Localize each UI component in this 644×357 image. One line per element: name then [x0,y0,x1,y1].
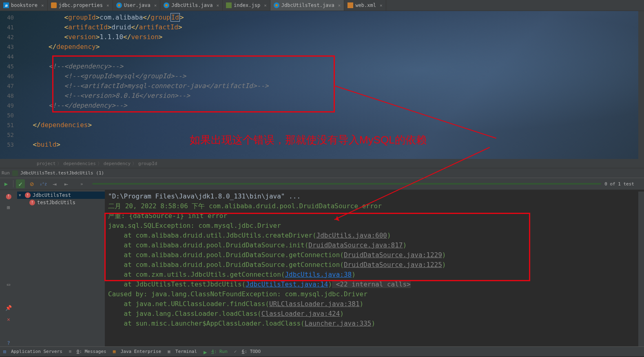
test-tree[interactable]: ▼ ! JdbcUtilsTest ! testJbdcUtils [17,190,105,346]
close-icon[interactable]: × [41,3,44,8]
java-icon [116,2,122,8]
stack-link[interactable]: ClassLoader.java:424 [261,310,340,317]
close-icon[interactable]: × [264,3,267,8]
xml-icon [347,2,353,8]
breadcrumb-item[interactable]: groupId [138,161,157,166]
tree-label: JdbcUtilsTest [33,192,71,198]
tab-bookstore[interactable]: m bookstore × [0,0,48,11]
stack-link[interactable]: DruidDataSource.java:1229 [344,251,442,259]
close-icon[interactable]: × [380,3,383,8]
settings-icon[interactable]: ▭ [5,280,12,288]
properties-icon [51,2,57,8]
editor-tabs: m bookstore × jdbc.properties × User.jav… [0,0,644,11]
stack-link[interactable]: JdbcUtilsTest.java:14 [246,280,328,288]
chevron-down-icon[interactable]: ▼ [19,193,23,197]
layout-icon[interactable]: ⊞ [5,204,12,211]
breadcrumb-item[interactable]: dependencies [63,161,95,166]
breadcrumb: project〉 dependencies〉 dependency〉 group… [0,159,644,168]
bb-messages[interactable]: ≡ 0: Messages [69,349,106,355]
stack-link[interactable]: Launcher.java:335 [305,320,372,327]
play-icon: ▶ [204,349,209,355]
bb-app-servers[interactable]: ▥ Application Servers [3,349,62,355]
tab-label: web.xml [355,2,376,8]
stack-link[interactable]: DruidDataSource.java:1225 [344,261,442,269]
pin-tab-icon[interactable]: 📌 [5,304,12,311]
collapse-button[interactable]: ⇤ [62,179,71,188]
close-icon[interactable]: × [338,3,341,8]
tab-jdbcutilstest-java[interactable]: JdbcUtilsTest.java × [270,0,345,11]
test-count: 0 of 1 test [604,181,642,187]
console-output[interactable]: "D:\Program Files\Java\jdk1.8.0_131\bin\… [105,190,644,346]
toggle-ignore-button[interactable]: ⊘ [27,179,36,188]
line-gutter: 404142 434445 464748 495051 5253 [0,11,17,159]
console-scrollbar[interactable] [638,192,644,346]
tab-user-java[interactable]: User.java × [113,0,161,11]
close-icon[interactable]: × [154,3,157,8]
breadcrumb-item[interactable]: project [37,161,55,166]
bb-terminal[interactable]: ▣ Terminal [168,349,197,355]
run-panel-header: Run JdbcUtilsTest.testJbdcUtils (1) [0,168,644,178]
tab-label: User.java [124,2,150,8]
rerun-button[interactable]: ▶ [2,179,11,188]
pin-icon[interactable] [5,215,12,223]
stop-icon[interactable]: ⬤! [5,192,12,200]
java-icon [274,2,279,8]
expand-button[interactable]: ⇥ [50,179,59,188]
java-icon [164,2,169,8]
maven-icon: m [3,2,9,8]
toggle-pass-button[interactable]: ✓ [16,179,25,188]
run-panel-body: ⬤! ⊞ ▭ 📌 ✕ ? ▼ ! JdbcUtilsTest ! testJbd… [0,190,644,346]
jsp-icon [226,2,232,8]
fail-icon: ! [29,200,35,205]
tree-child[interactable]: ! testJbdcUtils [17,199,105,206]
tab-label: JdbcUtils.java [171,2,212,8]
bottom-toolbar: ▥ Application Servers ≡ 0: Messages ▦ Ja… [0,346,644,356]
bb-todo[interactable]: ✓ 6: TODO [234,349,261,355]
fail-icon: ! [25,192,31,198]
stack-link[interactable]: URLClassLoader.java:381 [269,300,360,308]
tab-index-jsp[interactable]: index.jsp × [223,0,270,11]
tree-root[interactable]: ▼ ! JdbcUtilsTest [17,192,105,199]
code-content[interactable]: <groupId>com.alibaba</groupId> <artifact… [17,11,644,159]
run-left-toolbar: ⬤! ⊞ ▭ 📌 ✕ ? [0,190,17,346]
tab-label: jdbc.properties [59,2,103,8]
tab-label: bookstore [11,2,38,8]
tab-jdbcutils-java[interactable]: JdbcUtils.java × [160,0,223,11]
stack-link[interactable]: JdbcUtils.java:38 [285,271,352,278]
server-icon: ▥ [3,349,9,355]
stack-link[interactable]: DruidDataSource.java:817 [308,241,403,249]
run-toolbar: ▶ ✓ ⊘ ↓ᴬz ⇥ ⇤ » 0 of 1 test [0,178,644,190]
test-progress-bar [92,183,602,185]
code-editor[interactable]: 404142 434445 464748 495051 5253 <groupI… [0,11,644,159]
tab-label: index.jsp [234,2,260,8]
tab-web-xml[interactable]: web.xml × [344,0,386,11]
close-icon[interactable]: × [216,3,219,8]
close-panel-icon[interactable]: ✕ [5,315,12,323]
sort-button[interactable]: ↓ᴬz [39,179,48,188]
run-label: Run [2,170,10,176]
run-config-icon [12,170,18,176]
bb-run[interactable]: ▶ 4: Run [204,349,228,355]
tab-label: JdbcUtilsTest.java [281,2,334,8]
javaee-icon: ▦ [113,349,119,355]
stack-link[interactable]: JdbcUtils.java:600 [316,231,387,239]
close-icon[interactable]: × [106,3,109,8]
breadcrumb-item[interactable]: dependency [104,161,131,166]
todo-icon: ✓ [234,349,240,355]
help-icon[interactable]: ? [5,339,12,346]
tree-label: testJbdcUtils [37,200,75,205]
bb-java-ee[interactable]: ▦ Java Enterprise [113,349,161,355]
run-config-name: JdbcUtilsTest.testJbdcUtils (1) [20,170,104,176]
messages-icon: ≡ [69,349,75,355]
tab-jdbc-properties[interactable]: jdbc.properties × [48,0,113,11]
terminal-icon: ▣ [168,349,173,355]
